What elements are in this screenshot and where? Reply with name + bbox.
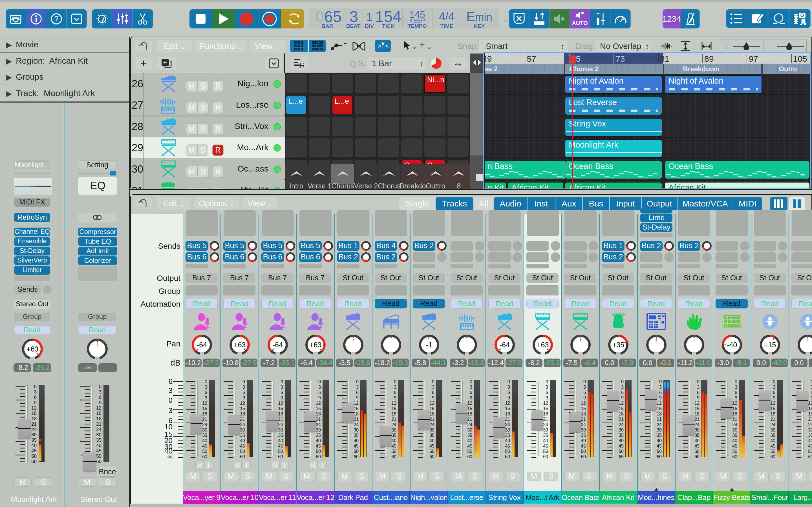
svg-text:<: < <box>385 43 389 50</box>
svg-text:>: > <box>378 43 382 50</box>
svg-text:+: + <box>419 41 425 50</box>
svg-text:R: R <box>300 61 304 68</box>
svg-text:⌄: ⌄ <box>411 42 417 51</box>
svg-text:?: ? <box>54 14 58 23</box>
svg-text:⌄: ⌄ <box>426 42 432 51</box>
svg-text:+: + <box>163 59 167 66</box>
